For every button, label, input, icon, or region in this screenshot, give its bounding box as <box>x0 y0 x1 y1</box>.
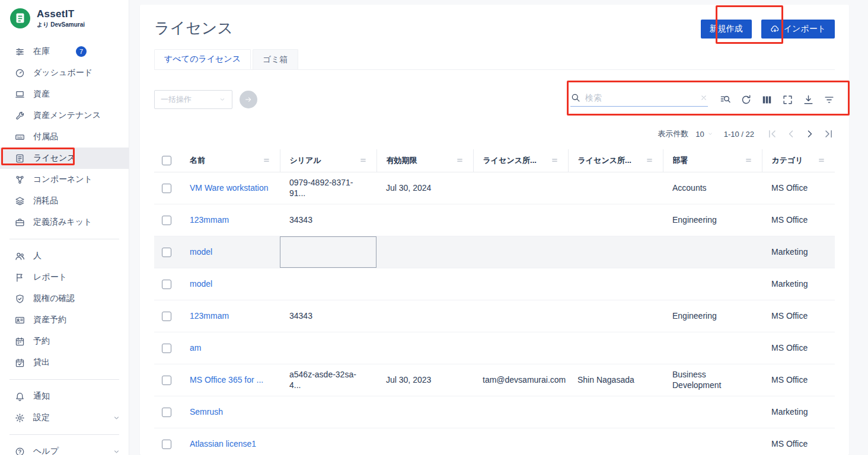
row-checkbox[interactable] <box>162 312 171 321</box>
next-page-icon[interactable] <box>804 128 816 140</box>
cell-category: MS Office <box>762 300 835 332</box>
filter-icon[interactable] <box>824 94 835 105</box>
chevron-down-icon <box>707 131 713 137</box>
column-header-label: ライセンス所... <box>483 155 537 166</box>
bulk-action-select[interactable]: 一括操作 <box>154 90 232 109</box>
row-checkbox[interactable] <box>162 344 171 353</box>
sidebar-item-label: 人 <box>33 251 42 261</box>
sidebar-item-asset-maintenance[interactable]: 資産メンテナンス <box>0 105 129 126</box>
column-menu-icon[interactable] <box>456 156 464 164</box>
bulk-action-go-button[interactable] <box>240 91 257 108</box>
columns-icon[interactable] <box>761 94 773 105</box>
sidebar-item-checkout[interactable]: 貸出 <box>0 352 129 373</box>
license-name-link[interactable]: model <box>190 279 212 289</box>
sidebar-item-licenses[interactable]: ライセンス <box>0 148 129 169</box>
sidebar-item-components[interactable]: コンポーネント <box>0 169 129 190</box>
consumables-icon <box>15 196 25 206</box>
cell-name: am <box>180 332 280 364</box>
cell-serial: 0979-4892-8371-91... <box>280 172 376 204</box>
row-checkbox[interactable] <box>162 280 171 289</box>
row-checkbox[interactable] <box>162 248 171 257</box>
column-header-6[interactable]: カテゴリ <box>762 149 835 172</box>
sidebar-item-reports[interactable]: レポート <box>0 267 129 288</box>
row-checkbox[interactable] <box>162 216 171 225</box>
cell-licensed-email: tam@devsamurai.com <box>473 364 568 396</box>
license-name-link[interactable]: am <box>190 343 201 353</box>
column-header-4[interactable]: ライセンス所... <box>568 149 663 172</box>
sidebar-item-audit[interactable]: 親権の確認 <box>0 288 129 309</box>
reports-icon <box>15 273 25 283</box>
sidebar-divider <box>9 379 119 380</box>
checkout-icon <box>15 358 25 368</box>
column-menu-icon[interactable] <box>818 156 825 164</box>
select-all-checkbox[interactable] <box>162 156 171 165</box>
last-page-icon[interactable] <box>823 128 835 140</box>
sidebar-item-settings[interactable]: 設定 <box>0 407 129 428</box>
sidebar-item-notifications[interactable]: 通知 <box>0 386 129 407</box>
first-page-icon[interactable] <box>766 128 778 140</box>
row-checkbox[interactable] <box>162 440 171 449</box>
prev-page-icon[interactable] <box>785 128 797 140</box>
maintenance-icon <box>15 111 25 121</box>
row-checkbox[interactable] <box>162 408 171 417</box>
sidebar-item-label: コンポーネント <box>33 174 92 185</box>
tab-all-licenses[interactable]: すべてのライセンス <box>154 49 251 69</box>
cell-licensed-email <box>473 332 568 364</box>
column-menu-icon[interactable] <box>359 156 367 164</box>
cell-licensed-email <box>473 236 568 268</box>
table-header: 名前シリアル有効期限ライセンス所...ライセンス所...部署カテゴリ <box>154 149 835 172</box>
cell-expiry <box>376 428 473 455</box>
cell-name: Atlassian license1 <box>180 428 280 455</box>
sidebar-item-consumables[interactable]: 消耗品 <box>0 190 129 212</box>
app-logo[interactable]: AssetIT より DevSamurai <box>0 0 129 34</box>
import-button-label: インポート <box>784 24 826 34</box>
sidebar-item-label: 定義済みキット <box>33 217 92 228</box>
sidebar-item-accessories[interactable]: 付属品 <box>0 126 129 148</box>
download-icon[interactable] <box>803 94 814 105</box>
sidebar-divider <box>9 434 119 435</box>
search-input[interactable] <box>585 93 695 102</box>
clear-search-icon[interactable] <box>700 94 708 102</box>
license-name-link[interactable]: Semrush <box>190 407 223 416</box>
column-header-label: ライセンス所... <box>578 155 631 166</box>
refresh-icon[interactable] <box>741 94 752 105</box>
cell-serial <box>280 396 376 428</box>
sidebar-item-dashboard[interactable]: ダッシュボード <box>0 62 129 84</box>
sidebar-item-reservations[interactable]: 予約 <box>0 331 129 352</box>
fullscreen-icon[interactable] <box>782 94 793 105</box>
create-button[interactable]: 新規作成 <box>701 20 752 39</box>
page-size-select[interactable]: 10 <box>695 130 713 139</box>
column-menu-icon[interactable] <box>646 156 653 164</box>
sidebar-item-label: 貸出 <box>33 357 50 368</box>
column-header-label: 部署 <box>673 155 688 166</box>
advanced-search-icon[interactable] <box>720 94 731 105</box>
license-name-link[interactable]: VM Ware workstation <box>190 183 269 193</box>
tab-trash[interactable]: ゴミ箱 <box>253 49 298 69</box>
cell-category: Marketing <box>762 396 835 428</box>
row-checkbox[interactable] <box>162 184 171 193</box>
license-name-link[interactable]: model <box>190 247 212 257</box>
sidebar-item-asset-booking[interactable]: 資産予約 <box>0 309 129 331</box>
license-name-link[interactable]: MS Office 365 for ... <box>190 375 263 384</box>
sidebar-item-people[interactable]: 人 <box>0 245 129 267</box>
row-checkbox[interactable] <box>162 376 171 385</box>
column-header-1[interactable]: シリアル <box>280 149 376 172</box>
sidebar-item-inventory[interactable]: 在庫7 <box>0 41 129 62</box>
license-name-link[interactable]: Atlassian license1 <box>190 439 256 448</box>
table-row: modelMarketing <box>154 268 835 300</box>
sidebar-item-assets[interactable]: 資産 <box>0 84 129 105</box>
column-menu-icon[interactable] <box>551 156 559 164</box>
sidebar-item-kits[interactable]: 定義済みキット <box>0 212 129 233</box>
column-header-0[interactable]: 名前 <box>180 149 280 172</box>
column-header-label: 有効期限 <box>387 155 417 166</box>
column-header-5[interactable]: 部署 <box>663 149 762 172</box>
search-box <box>570 92 708 107</box>
import-button[interactable]: インポート <box>761 20 835 39</box>
license-name-link[interactable]: 123mmam <box>190 311 229 321</box>
sidebar-item-help[interactable]: ヘルプ <box>0 441 129 455</box>
column-menu-icon[interactable] <box>263 156 270 164</box>
license-name-link[interactable]: 123mmam <box>190 215 229 225</box>
column-menu-icon[interactable] <box>745 156 752 164</box>
column-header-3[interactable]: ライセンス所... <box>473 149 568 172</box>
column-header-2[interactable]: 有効期限 <box>376 149 473 172</box>
